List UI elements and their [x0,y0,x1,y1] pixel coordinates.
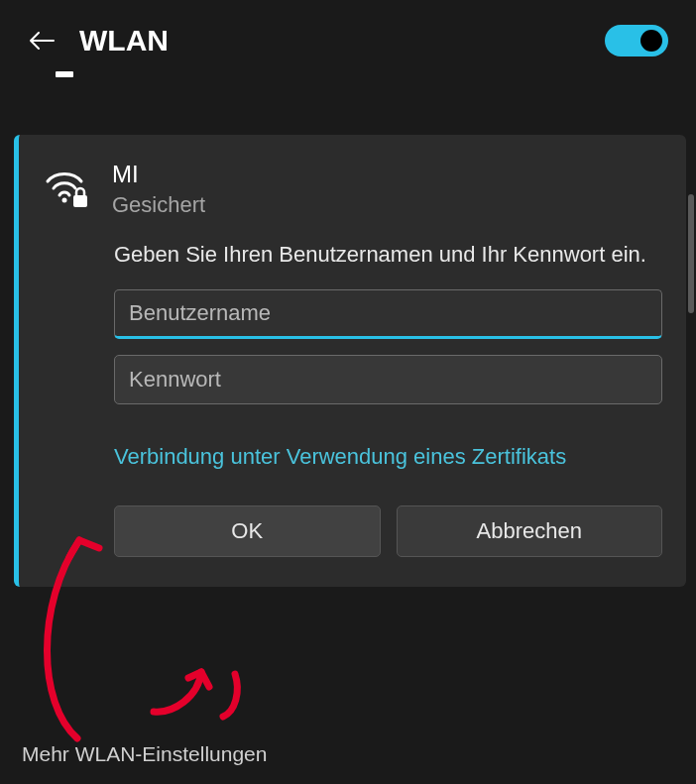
network-auth-panel: MI Gesichert Geben Sie Ihren Benutzernam… [14,135,686,587]
network-status: Gesichert [112,192,205,218]
page-title: WLAN [79,24,605,57]
password-input[interactable] [114,355,662,404]
ok-button[interactable]: OK [114,505,381,557]
auth-prompt: Geben Sie Ihren Benutzernamen und Ihr Ke… [114,240,662,270]
network-name: MI [112,161,205,188]
artifact [56,71,73,77]
toggle-knob [640,30,662,52]
arrow-left-icon [29,31,55,51]
use-certificate-link[interactable]: Verbindung unter Verwendung eines Zertif… [114,444,566,470]
username-input[interactable] [114,289,662,339]
svg-rect-1 [73,195,87,207]
more-wlan-settings-link[interactable]: Mehr WLAN-Einstellungen [22,742,267,766]
annotation-arrow-2 [144,662,263,731]
wlan-toggle[interactable] [605,25,668,56]
cancel-button[interactable]: Abbrechen [397,505,663,557]
svg-point-0 [62,198,67,203]
wifi-secured-icon [43,165,92,210]
back-button[interactable] [28,27,56,55]
